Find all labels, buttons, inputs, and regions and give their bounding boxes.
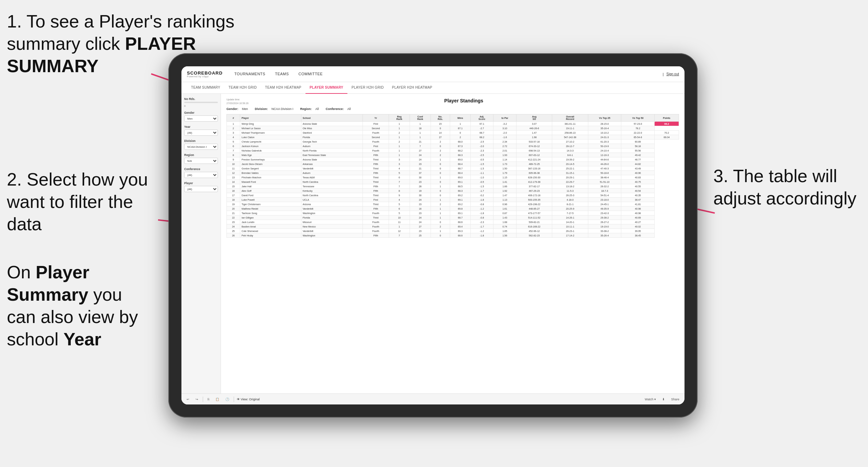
year-label: Year [184, 125, 218, 129]
table-cell: 13 [227, 175, 240, 180]
nav-item-teams[interactable]: TEAMS [270, 66, 293, 82]
table-cell: 1 [431, 207, 450, 211]
table-cell: 4 [389, 198, 410, 202]
table-cell: -0.2 [470, 193, 493, 198]
table-cell: 514-111-52 [516, 215, 552, 220]
annotation-right: 3. The table will adjust accordingly [713, 165, 861, 210]
table-cell: 1 [410, 122, 431, 126]
undo-btn[interactable]: ↩ [185, 397, 191, 402]
copy-btn[interactable]: ⎘ [206, 397, 211, 402]
bottom-toolbar: ↩ ↪ ⎘ 📋 🕐 👁 View: Original [181, 393, 685, 404]
table-cell: 1 [431, 211, 450, 215]
table-cell: 15 [431, 122, 450, 126]
table-cell: -1.8 [470, 233, 493, 238]
table-cell: 3.10 [493, 126, 516, 131]
tablet-body: SCOREBOARD Powered by clippi TOURNAMENTS… [168, 53, 698, 418]
table-cell: Taehoon Song [240, 211, 301, 215]
table-cell: 40.96 [621, 171, 655, 175]
table-cell: Third [363, 215, 389, 220]
table-cell: -2.3 [470, 148, 493, 153]
no-rds-slider[interactable] [184, 102, 218, 103]
table-cell: Luke Powell [240, 198, 301, 202]
table-cell: 24 [227, 224, 240, 229]
clock-btn[interactable]: 🕐 [224, 397, 231, 402]
table-cell: 49.42 [621, 153, 655, 157]
sub-nav-team-h2h-grid[interactable]: TEAM H2H GRID [224, 82, 261, 94]
table-cell: 440-26-6 [516, 126, 552, 131]
watch-btn[interactable]: Watch ▾ [643, 397, 658, 402]
table-cell: 5 [389, 171, 410, 175]
division-label: Division [184, 139, 218, 143]
region-select[interactable]: N/A All [184, 158, 218, 164]
download-btn[interactable]: ⬇ [660, 397, 667, 402]
sub-nav-player-h2h-grid[interactable]: PLAYER H2H GRID [347, 82, 388, 94]
col-wins: Wins [450, 114, 470, 122]
table-title: Player Standings [248, 98, 679, 103]
conference-label: Conference [184, 167, 218, 171]
filter-gender: Gender Men Women [184, 111, 218, 122]
table-cell: Tiger Christensen [240, 202, 301, 207]
table-cell: 68.4 [450, 162, 470, 166]
table-cell: 429-198-22 [516, 202, 552, 207]
table-cell: Gordon Sargent [240, 166, 301, 171]
toolbar-sep-1 [203, 397, 203, 402]
table-cell: 19-39-2 [552, 157, 588, 162]
update-time: Update time: 27/03/2024 16:56:26 [226, 98, 248, 105]
table-cell: 473-177-57 [516, 211, 552, 215]
paste-btn[interactable]: 📋 [214, 397, 221, 402]
table-cell: Ole Miss [301, 126, 363, 131]
table-row: 21Taehoon SongWashingtonFourth523169.1-1… [227, 211, 679, 215]
table-cell: New Mexico [301, 224, 363, 229]
gender-select[interactable]: Men Women [184, 115, 218, 122]
table-cell: 54-51-4 [588, 193, 621, 198]
toolbar-right: Watch ▾ ⬇ Share [643, 397, 681, 402]
table-cell: 68.4 [450, 171, 470, 175]
table-cell: 20-14-5 [552, 162, 588, 166]
nav-item-tournaments[interactable]: TOURNAMENTS [230, 66, 270, 82]
redo-btn[interactable]: ↪ [194, 397, 200, 402]
table-cell: 12-16-3 [588, 153, 621, 157]
sub-nav-player-summary[interactable]: PLAYER SUMMARY [305, 82, 347, 94]
share-btn[interactable]: Share [669, 397, 681, 402]
nav-item-committee[interactable]: COMMITTEE [294, 66, 328, 82]
sign-out-link[interactable]: Sign out [666, 72, 679, 76]
table-cell: 605-96-38 [516, 171, 552, 175]
table-cell: 1.56 [493, 233, 516, 238]
sub-nav-player-h2h-heatmap[interactable]: PLAYER H2H HEATMAP [388, 82, 436, 94]
table-cell: 23-42-3 [588, 211, 621, 215]
table-cell: 628-150-30 [516, 175, 552, 180]
col-no-rds: No.Rds. [431, 114, 450, 122]
table-cell: Kentucky [301, 189, 363, 193]
table-cell: 3 [389, 157, 410, 162]
table-cell: 51-51-10 [588, 180, 621, 184]
content-inner: No Rds. 0 Gender Men Women [181, 94, 685, 393]
table-cell: Matthew Riedel [240, 207, 301, 211]
table-cell: 69.0 [450, 175, 470, 180]
col-yr: Yr [363, 114, 389, 122]
table-cell: 69.1 [450, 198, 470, 202]
table-cell: 2.34 [493, 140, 516, 144]
table-cell: 1.13 [493, 198, 516, 202]
table-cell: 616-168-22 [516, 224, 552, 229]
table-row: 24Bastien AmatNew MexicoFourth127269.4-1… [227, 224, 679, 229]
table-cell: 412-221-24 [516, 157, 552, 162]
sub-nav-team-summary[interactable]: TEAM SUMMARY [187, 82, 224, 94]
conference-select[interactable]: (All) [184, 172, 218, 178]
table-row: 18Luke PowellUCLAFirst424169.1-1.81.1350… [227, 198, 679, 202]
table-cell: 26-25-3 [552, 193, 588, 198]
table-cell: 7 [410, 144, 431, 148]
table-cell: 27 [410, 224, 431, 229]
table-cell: 258-86-13 [552, 131, 588, 135]
division-select[interactable]: NCAA Division I NCAA Division II NCAA Di… [184, 144, 218, 150]
year-select[interactable]: (All) First Second Third Fourth Fifth [184, 130, 218, 136]
table-cell: Jackson Koivun [240, 144, 301, 148]
table-cell: 24-10-4 [588, 148, 621, 153]
player-select[interactable]: (All) [184, 186, 218, 192]
table-cell: 1 [389, 144, 410, 148]
sub-nav-team-h2h-heatmap[interactable]: TEAM H2H HEATMAP [261, 82, 305, 94]
filter-conference: Conference (All) [184, 167, 218, 178]
table-cell: -1.1 [470, 171, 493, 175]
table-cell: Phichakn Maichon [240, 175, 301, 180]
table-cell: Stanford [301, 131, 363, 135]
table-cell: Tennessee [301, 184, 363, 189]
